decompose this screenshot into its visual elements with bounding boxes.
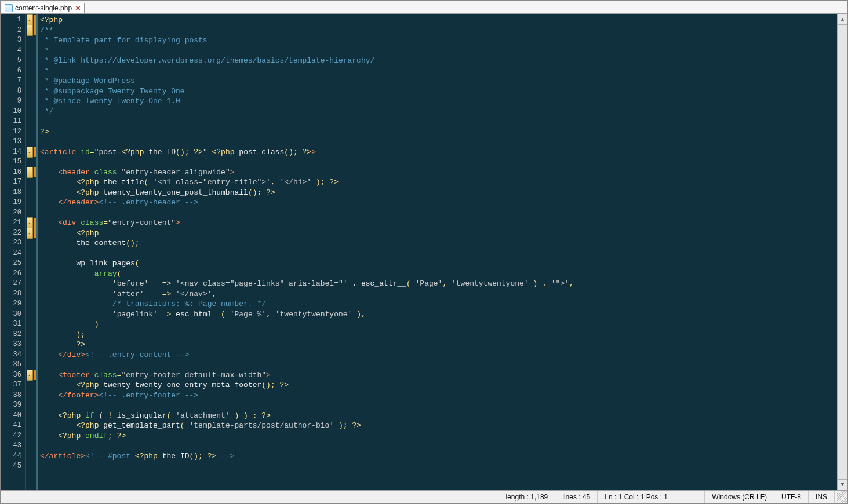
code-line[interactable]: ?> [40, 127, 837, 137]
code-line[interactable]: <?php get_template_part( 'template-parts… [40, 421, 837, 431]
code-line[interactable] [40, 461, 837, 472]
editor[interactable]: 1234567891011121314151617181920212223242… [1, 14, 847, 490]
status-encoding[interactable]: UTF-8 [774, 491, 809, 503]
fold-cell [26, 350, 34, 360]
code-line[interactable]: </footer><!-- .entry-footer --> [40, 390, 837, 401]
scroll-down-icon[interactable]: ▼ [838, 479, 847, 490]
fold-cell [26, 309, 34, 320]
code-line[interactable]: 'pagelink' => esc_html__( 'Page %', 'twe… [40, 309, 837, 320]
fold-cell [26, 330, 34, 340]
code-line[interactable]: ); [40, 330, 837, 340]
line-number: 41 [1, 421, 25, 431]
code-line[interactable] [40, 249, 837, 259]
code-line[interactable]: /** [40, 25, 837, 36]
line-number: 37 [1, 380, 25, 390]
fold-cell: - [26, 25, 34, 36]
code-line[interactable] [40, 441, 837, 451]
fold-cell [26, 360, 34, 370]
line-number: 27 [1, 279, 25, 289]
code-line[interactable]: */ [40, 107, 837, 117]
code-line[interactable]: array( [40, 269, 837, 279]
code-line[interactable]: wp_link_pages( [40, 258, 837, 269]
code-line[interactable] [40, 400, 837, 411]
close-icon[interactable]: ✕ [75, 5, 81, 12]
fold-cell [26, 269, 34, 279]
code-line[interactable]: * @since Twenty Twenty-One 1.0 [40, 96, 837, 107]
code-line[interactable]: * Template part for displaying posts [40, 35, 837, 46]
line-number: 38 [1, 390, 25, 401]
line-number: 26 [1, 269, 25, 279]
line-number: 24 [1, 249, 25, 259]
code-line[interactable] [40, 116, 837, 127]
code-line[interactable]: </article><!-- #post-<?php the_ID(); ?> … [40, 451, 837, 462]
code-line[interactable]: /* translators: %: Page number. */ [40, 299, 837, 309]
code-line[interactable]: * [40, 66, 837, 76]
fold-toggle-icon[interactable]: - [27, 25, 33, 36]
code-line[interactable]: the_content(); [40, 238, 837, 249]
code-line[interactable]: <?php if ( ! is_singular( 'attachment' )… [40, 411, 837, 421]
fold-cell: - [26, 15, 34, 25]
fold-cell: - [26, 167, 34, 178]
fold-toggle-icon[interactable]: - [27, 167, 33, 178]
fold-column[interactable]: ------- [26, 14, 34, 490]
code-line[interactable]: * @package WordPress [40, 76, 837, 86]
line-number: 32 [1, 330, 25, 340]
code-line[interactable]: 'after' => '</nav>', [40, 289, 837, 300]
fold-cell [26, 380, 34, 390]
fold-toggle-icon[interactable]: - [27, 14, 33, 26]
fold-cell [26, 46, 34, 56]
fold-cell [26, 238, 34, 249]
line-number: 25 [1, 258, 25, 269]
line-number: 4 [1, 46, 25, 56]
scroll-up-icon[interactable]: ▲ [838, 14, 847, 25]
code-line[interactable]: <?php twenty_twenty_one_post_thumbnail()… [40, 188, 837, 198]
resize-grip-icon[interactable] [837, 491, 847, 503]
code-line[interactable] [40, 157, 837, 167]
code-line[interactable]: <div class="entry-content"> [40, 218, 837, 228]
line-number: 30 [1, 309, 25, 320]
code-line[interactable]: <?php the_title( '<h1 class="entry-title… [40, 177, 837, 188]
scroll-track[interactable] [838, 25, 847, 479]
code-line[interactable]: * @subpackage Twenty_Twenty_One [40, 86, 837, 97]
code-line[interactable]: <?php twenty_twenty_one_entry_meta_foote… [40, 380, 837, 390]
code-line[interactable]: <header class="entry-header alignwide"> [40, 167, 837, 178]
code-line[interactable]: ) [40, 319, 837, 330]
status-bar: length : 1,189 lines : 45 Ln : 1 Col : 1… [1, 490, 847, 503]
code-line[interactable] [40, 208, 837, 218]
code-line[interactable]: ?> [40, 339, 837, 350]
status-length: length : 1,189 [499, 491, 556, 503]
fold-toggle-icon[interactable]: - [27, 217, 33, 229]
status-insert-mode[interactable]: INS [809, 491, 835, 503]
fold-toggle-icon[interactable]: - [27, 370, 33, 381]
code-line[interactable]: <article id="post-<?php the_ID(); ?>" <?… [40, 147, 837, 158]
status-eol[interactable]: Windows (CR LF) [705, 491, 774, 503]
code-line[interactable]: 'before' => '<nav class="page-links" ari… [40, 279, 837, 289]
fold-cell [26, 451, 34, 462]
code-line[interactable]: </div><!-- .entry-content --> [40, 350, 837, 360]
code-line[interactable] [40, 360, 837, 370]
code-line[interactable]: <footer class="entry-footer default-max-… [40, 370, 837, 381]
line-number: 19 [1, 198, 25, 208]
line-number: 2 [1, 25, 25, 36]
fold-cell [26, 96, 34, 107]
fold-toggle-icon[interactable]: - [27, 147, 33, 158]
line-number: 43 [1, 441, 25, 451]
vertical-scrollbar[interactable]: ▲ ▼ [837, 14, 847, 490]
fold-cell [26, 177, 34, 188]
fold-cell [26, 319, 34, 330]
code-line[interactable]: <?php [40, 15, 837, 25]
fold-cell [26, 299, 34, 309]
code-line[interactable] [40, 137, 837, 147]
code-line[interactable]: * @link https://developer.wordpress.org/… [40, 56, 837, 66]
code-line[interactable]: <?php endif; ?> [40, 431, 837, 441]
code-line[interactable]: </header><!-- .entry-header --> [40, 198, 837, 208]
code-line[interactable]: <?php [40, 228, 837, 239]
fold-toggle-icon[interactable]: - [27, 228, 33, 239]
line-number: 22 [1, 228, 25, 239]
tab-file[interactable]: content-single.php ✕ [2, 3, 85, 13]
code-area[interactable]: <?php/** * Template part for displaying … [38, 14, 837, 490]
line-number: 44 [1, 451, 25, 462]
line-number: 11 [1, 116, 25, 127]
fold-cell [26, 137, 34, 147]
code-line[interactable]: * [40, 46, 837, 56]
